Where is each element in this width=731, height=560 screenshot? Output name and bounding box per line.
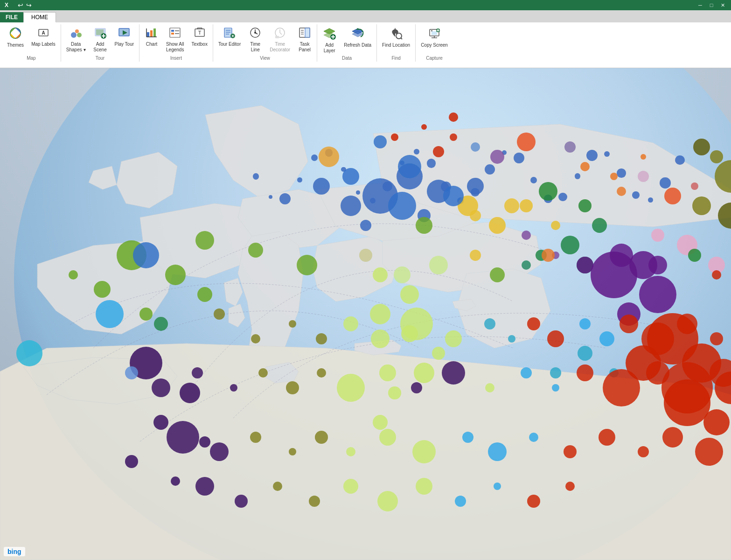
copy-screen-icon [428,27,441,42]
add-layer-button[interactable]: AddLayer [319,24,340,55]
ribbon-group-capture: Copy Screen Capture [416,24,453,62]
tab-bar: FILE HOME [0,10,731,22]
add-scene-button[interactable]: AddScene [90,24,111,54]
ribbon-group-data: AddLayer Refresh Data Data [317,24,377,62]
ribbon-group-capture-items: Copy Screen [418,24,451,55]
tour-editor-icon [223,27,236,41]
themes-label: Themes [7,42,24,48]
svg-text:X: X [5,2,8,8]
chart-label: Chart [146,42,157,47]
ribbon-group-data-items: AddLayer Refresh Data [319,24,375,55]
add-layer-icon [323,27,336,42]
ribbon-group-find: Find Location Find [377,24,416,62]
window-controls: ─ □ ✕ [696,1,727,9]
svg-rect-23 [171,33,174,35]
svg-rect-63 [432,31,437,35]
svg-rect-64 [431,30,432,31]
map-labels-button[interactable]: A Map Labels [28,24,59,49]
find-location-icon [390,27,403,42]
time-line-button[interactable]: TimeLine [245,24,265,54]
redo-button[interactable]: ↪ [26,1,32,9]
ribbon-group-view: Tour Editor TimeLine [213,24,317,62]
show-all-legends-label: Show AllLegends [166,42,184,53]
play-tour-label: Play Tour [115,42,134,47]
time-decorator-button[interactable]: TimeDecorator [266,24,293,54]
time-line-icon [249,27,261,41]
find-group-label: Find [377,55,415,62]
refresh-data-icon [351,27,364,42]
svg-point-8 [77,33,82,37]
textbox-label: Textbox [191,42,207,47]
svg-rect-17 [150,30,153,37]
svg-rect-45 [275,36,279,38]
svg-point-7 [75,29,79,33]
add-scene-label: AddScene [93,42,106,53]
undo-button[interactable]: ↩ [18,1,23,9]
chart-icon [146,27,158,41]
play-tour-icon [118,27,130,41]
capture-group-label: Capture [416,55,453,62]
ribbon-group-insert: Chart Show AllLegends [139,24,213,62]
tab-file[interactable]: FILE [0,12,23,22]
tour-group-label: Tour [61,55,139,62]
ribbon-group-tour: DataShapes ▾ AddScene [61,24,139,62]
map-labels-label: Map Labels [31,42,56,47]
svg-rect-22 [171,30,174,32]
map-labels-icon: A [38,27,49,41]
themes-icon [9,27,22,42]
find-location-label: Find Location [382,42,410,48]
add-scene-icon [94,27,106,41]
svg-point-41 [254,32,256,34]
ribbon-group-tour-items: DataShapes ▾ AddScene [63,24,137,55]
refresh-data-label: Refresh Data [344,42,371,48]
svg-rect-16 [147,32,149,37]
time-decorator-label: TimeDecorator [270,42,290,53]
insert-group-label: Insert [139,55,213,62]
view-group-label: View [213,55,317,62]
ribbon: Themes A Map Labels Map [0,22,731,68]
refresh-data-button[interactable]: Refresh Data [341,24,375,49]
show-all-legends-icon [169,27,181,41]
copy-screen-button[interactable]: Copy Screen [418,24,451,49]
textbox-button[interactable]: T Textbox [188,24,210,49]
data-group-label: Data [317,55,376,62]
task-panel-icon [299,27,311,41]
add-layer-label: AddLayer [324,42,335,54]
copy-screen-label: Copy Screen [421,42,448,48]
app-icon: X [4,1,11,10]
ribbon-group-find-items: Find Location [379,24,413,55]
svg-text:A: A [42,30,45,35]
task-panel-label: TaskPanel [299,42,311,53]
tab-home[interactable]: HOME [23,12,56,22]
data-shapes-icon [70,27,82,41]
svg-text:T: T [198,30,201,35]
task-panel-button[interactable]: TaskPanel [294,24,315,54]
svg-line-44 [280,33,282,35]
chart-button[interactable]: Chart [141,24,162,49]
undo-redo-bar: ↩ ↪ [18,1,32,9]
data-shapes-label: DataShapes ▾ [66,42,86,53]
ribbon-group-insert-items: Chart Show AllLegends [141,24,211,55]
svg-rect-18 [153,28,156,37]
map-group-label: Map [2,55,61,62]
svg-line-61 [401,38,402,39]
ribbon-content: Themes A Map Labels Map [0,24,731,62]
show-all-legends-button[interactable]: Show AllLegends [163,24,187,54]
tour-editor-button[interactable]: Tour Editor [215,24,244,49]
bing-logo: bing [4,547,25,556]
time-decorator-icon [274,27,286,41]
themes-button[interactable]: Themes [4,24,27,49]
map-area[interactable]: bing [0,68,731,560]
find-location-button[interactable]: Find Location [379,24,413,49]
map-svg [0,68,731,560]
data-shapes-button[interactable]: DataShapes ▾ [63,24,89,54]
minimize-button[interactable]: ─ [696,1,705,9]
time-line-label: TimeLine [250,42,260,53]
maximize-button[interactable]: □ [707,1,716,9]
ribbon-group-view-items: Tour Editor TimeLine [215,24,315,55]
play-tour-button[interactable]: Play Tour [111,24,138,49]
textbox-icon: T [194,27,206,41]
svg-point-3 [14,31,17,35]
svg-point-6 [71,32,77,38]
close-button[interactable]: ✕ [718,1,727,9]
